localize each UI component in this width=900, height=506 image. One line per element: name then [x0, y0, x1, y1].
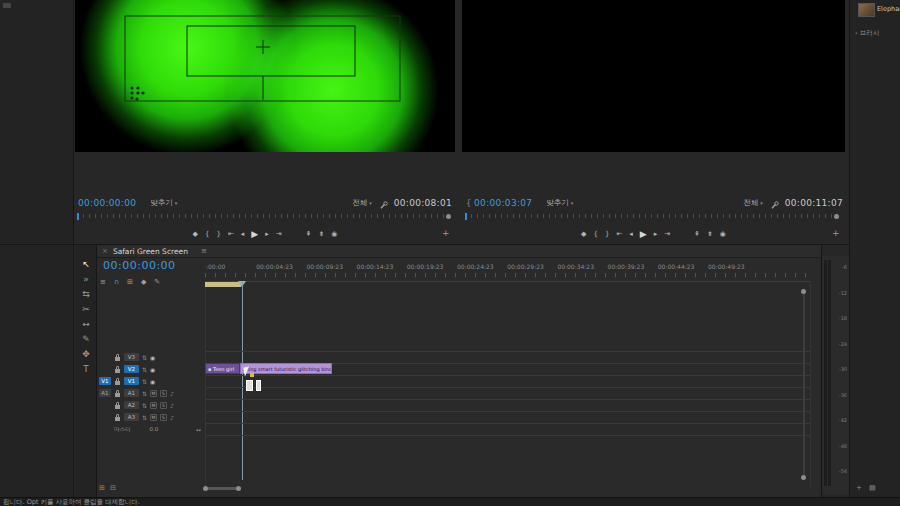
track-lock-icon[interactable] — [114, 413, 121, 422]
solo-button[interactable]: S — [160, 390, 167, 397]
solo-button[interactable]: S — [160, 414, 167, 421]
lift-icon[interactable]: ⇞ — [694, 227, 700, 242]
track-lock-icon[interactable] — [114, 389, 121, 398]
mask-handle-dots[interactable] — [130, 86, 144, 100]
track-output-icon[interactable]: ◉ — [150, 354, 155, 361]
track-header-v3[interactable]: V3⇅◉ — [97, 351, 205, 363]
track-lock-icon[interactable] — [114, 377, 121, 386]
track-name-v1[interactable]: V1 — [124, 377, 139, 385]
track-name-v3[interactable]: V3 — [124, 353, 139, 361]
timeline-ruler[interactable]: :00:0000:00:04:2300:00:09:2300:00:14:230… — [205, 263, 817, 272]
track-name-a1[interactable]: A1 — [124, 389, 139, 397]
v-scroll-knob-bottom[interactable] — [801, 475, 806, 480]
mark-in-icon[interactable]: { — [593, 227, 597, 242]
panel-corner-icon[interactable]: + — [856, 484, 862, 492]
program-playhead-caret[interactable] — [465, 213, 467, 220]
go-to-in-icon[interactable]: ⇤ — [228, 227, 234, 242]
program-zoom-select[interactable]: 맞추기▾ — [546, 198, 573, 208]
mark-out-icon[interactable]: } — [216, 227, 220, 242]
selection-tool[interactable]: ↖ — [75, 258, 97, 271]
source-resolution-select[interactable]: 전체▾ — [352, 198, 372, 208]
timeline-corner-icon[interactable]: ⊟ — [110, 484, 116, 492]
play-icon[interactable]: ▶ — [251, 227, 258, 242]
solo-button[interactable]: S — [160, 402, 167, 409]
step-back-icon[interactable]: ◂ — [629, 227, 633, 242]
mark-in-icon[interactable]: { — [205, 227, 209, 242]
timeline-clip-selected-head[interactable]: ▪ Teen girl — [205, 363, 240, 374]
track-header-v1[interactable]: V1V1⇅◉ — [97, 375, 205, 387]
h-scroll-knob-left[interactable] — [203, 486, 208, 491]
close-icon[interactable]: × — [102, 247, 108, 255]
track-lock-icon[interactable] — [114, 353, 121, 362]
mark-out-icon[interactable]: } — [605, 227, 609, 242]
track-header-a1[interactable]: A1A1⇅MS♪ — [97, 387, 205, 399]
work-area-bar[interactable] — [205, 282, 241, 287]
step-forward-icon[interactable]: ▸ — [654, 227, 658, 242]
source-button-editor[interactable]: + — [442, 228, 450, 238]
track-header-a2[interactable]: A2⇅MS♪ — [97, 399, 205, 411]
project-clip-name[interactable]: Elephan — [877, 5, 900, 13]
master-keyframe-icon[interactable]: ↔ — [196, 426, 201, 433]
sync-lock-icon[interactable]: ⇅ — [142, 354, 147, 361]
go-to-out-icon[interactable]: ⇥ — [664, 227, 670, 242]
track-header-a3[interactable]: A3⇅MS♪ — [97, 411, 205, 423]
hand-tool[interactable]: ✥ — [75, 348, 97, 361]
step-forward-icon[interactable]: ▸ — [265, 227, 269, 242]
sync-lock-icon[interactable]: ⇅ — [142, 414, 147, 421]
timeline-tab-title[interactable]: Safari Green Screen — [113, 247, 188, 256]
ripple-edit-tool[interactable]: ⇆ — [75, 288, 97, 301]
mute-button[interactable]: M — [150, 402, 157, 409]
source-zoom-select[interactable]: 맞추기▾ — [150, 198, 177, 208]
slip-tool[interactable]: ↔ — [75, 318, 97, 331]
track-name-a2[interactable]: A2 — [124, 401, 139, 409]
mute-button[interactable]: M — [150, 414, 157, 421]
mute-button[interactable]: M — [150, 390, 157, 397]
master-volume-value[interactable]: 0.0 — [150, 426, 159, 432]
go-to-out-icon[interactable]: ⇥ — [276, 227, 282, 242]
panel-corner-icon[interactable]: ▤ — [869, 484, 876, 492]
voiceover-icon[interactable]: ♪ — [170, 390, 174, 397]
track-lock-icon[interactable] — [114, 365, 121, 374]
track-output-icon[interactable]: ◉ — [150, 378, 155, 385]
master-track-header[interactable]: 마스터 0.0 ↔ — [97, 423, 205, 435]
step-back-icon[interactable]: ◂ — [241, 227, 245, 242]
v-scroll-knob-top[interactable] — [801, 289, 806, 294]
add-marker-icon[interactable]: ◆ — [193, 227, 198, 242]
program-monitor-video[interactable] — [462, 0, 845, 152]
project-bin-row[interactable]: › 브러시 — [855, 29, 879, 38]
source-playhead-caret[interactable] — [77, 213, 79, 220]
source-patch-v1[interactable]: V1 — [99, 377, 111, 385]
source-scrub-knob[interactable] — [446, 214, 451, 219]
timeline-settings-icon[interactable]: ≡ — [100, 278, 106, 286]
wrench-settings-icon[interactable] — [771, 194, 779, 213]
extract-icon[interactable]: ⇟ — [318, 227, 324, 242]
source-monitor-video[interactable] — [75, 0, 455, 152]
panel-menu-icon[interactable]: ≡ — [201, 247, 207, 255]
timeline-vertical-scrollbar[interactable] — [803, 292, 805, 477]
sync-lock-icon[interactable]: ⇅ — [142, 390, 147, 397]
track-lock-icon[interactable] — [114, 401, 121, 410]
lift-icon[interactable]: ⇞ — [306, 227, 312, 242]
timeline-timecode[interactable]: 00:00:00:00 — [103, 259, 176, 272]
add-marker-icon[interactable]: ◆ — [581, 227, 586, 242]
extract-icon[interactable]: ⇟ — [707, 227, 713, 242]
voiceover-icon[interactable]: ♪ — [170, 402, 174, 409]
razor-tool[interactable]: ✂ — [75, 303, 97, 316]
track-output-icon[interactable]: ◉ — [150, 366, 155, 373]
program-scrub-knob[interactable] — [834, 214, 839, 219]
snap-icon[interactable]: ∩ — [114, 278, 119, 286]
program-resolution-select[interactable]: 전체▾ — [743, 198, 763, 208]
export-frame-icon[interactable]: ◉ — [720, 227, 726, 242]
timeline-tab-bar[interactable]: × Safari Green Screen ≡ — [97, 245, 822, 258]
track-name-a3[interactable]: A3 — [124, 413, 139, 421]
pen-tool[interactable]: ✎ — [75, 333, 97, 346]
track-select-tool[interactable]: » — [75, 273, 97, 286]
timeline-display-icon[interactable]: ✎ — [154, 278, 160, 286]
source-scrubber[interactable] — [77, 214, 449, 218]
play-icon[interactable]: ▶ — [640, 227, 647, 242]
linked-selection-icon[interactable]: ⊞ — [127, 278, 133, 286]
track-lane[interactable] — [205, 435, 810, 436]
program-timecode[interactable]: 00:00:03:07 — [474, 198, 532, 208]
timeline-zoom-scrollbar[interactable] — [206, 487, 239, 490]
export-frame-icon[interactable]: ◉ — [331, 227, 337, 242]
